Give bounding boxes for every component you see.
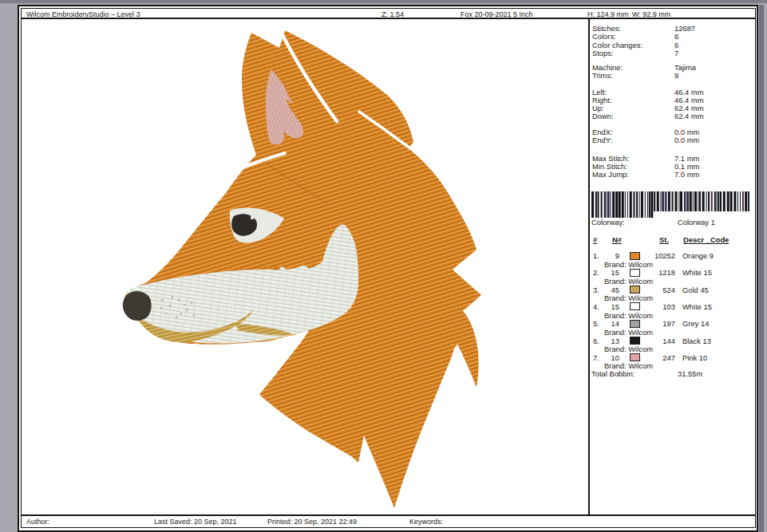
total-bobbin-label: Total Bobbin: — [591, 369, 635, 378]
thread-descr: Gold 45 — [682, 286, 709, 294]
thread-brand: Brand: Wilcom — [604, 260, 653, 269]
thread-brand: Brand: Wilcom — [604, 294, 653, 302]
eye-glint — [251, 216, 254, 219]
row-number: 7. — [593, 353, 599, 362]
stat-label: Trims: — [592, 71, 613, 80]
stitch-count: 524 — [637, 286, 675, 294]
stat-value: 62.4 mm — [674, 112, 703, 120]
keywords-label: Keywords: — [409, 518, 443, 526]
thread-brand: Brand: Wilcom — [604, 311, 653, 320]
thread-number: 9 — [603, 251, 619, 260]
thread-number: 10 — [603, 353, 619, 362]
thread-descr: Pink 10 — [682, 353, 707, 362]
thread-number: 13 — [603, 337, 619, 345]
stitch-count: 103 — [637, 302, 675, 311]
barcode — [591, 191, 749, 219]
stat-value: 9 — [674, 71, 678, 80]
stat-label: Max Jump: — [592, 170, 629, 179]
stitch-count: 1218 — [637, 268, 675, 277]
thread-number: 15 — [603, 302, 619, 311]
colorway-label: Colorway: — [591, 218, 625, 227]
row-number: 6. — [593, 337, 599, 345]
stitch-count: 144 — [637, 337, 675, 345]
stat-label: Stops: — [592, 49, 614, 57]
thread-brand: Brand: Wilcom — [604, 277, 653, 286]
thread-descr: White 15 — [682, 268, 712, 277]
nose — [123, 291, 152, 321]
thread-number: 45 — [603, 286, 619, 294]
row-number: 3. — [593, 286, 599, 294]
stat-value: 7 — [674, 49, 678, 57]
thread-descr: Orange 9 — [682, 251, 714, 260]
stitch-count: 197 — [637, 319, 675, 328]
thread-descr: Grey 14 — [682, 319, 709, 328]
row-number: 2. — [593, 268, 599, 277]
total-bobbin-value: 31.55m — [678, 369, 702, 378]
thread-descr: Black 13 — [682, 337, 711, 345]
stitch-count: 10252 — [637, 251, 675, 260]
thread-brand: Brand: Wilcom — [604, 328, 653, 337]
thread-number: 15 — [603, 268, 619, 277]
row-number: 4. — [593, 302, 599, 311]
thread-descr: White 15 — [682, 302, 712, 311]
author-label: Author: — [26, 518, 49, 526]
stat-value: 0.0 mm — [674, 136, 699, 144]
stat-value: 7.0 mm — [674, 170, 699, 179]
thread-number: 14 — [603, 319, 619, 328]
stitch-count: 247 — [637, 353, 675, 362]
col-header-descr: Descr _Code — [683, 235, 729, 244]
thread-brand: Brand: Wilcom — [604, 345, 653, 353]
stat-label: Down: — [592, 112, 614, 120]
col-header-num: # — [593, 235, 597, 244]
colorway-value: Colorway 1 — [678, 218, 715, 227]
col-header-n: N# — [612, 235, 622, 244]
stat-label: EndY: — [592, 136, 612, 144]
printed: Printed: 20 Sep, 2021 22:49 — [267, 518, 357, 526]
last-saved: Last Saved: 20 Sep, 2021 — [154, 518, 237, 526]
col-header-st: St. — [659, 235, 669, 244]
row-number: 1. — [593, 251, 599, 260]
row-number: 5. — [593, 319, 599, 328]
